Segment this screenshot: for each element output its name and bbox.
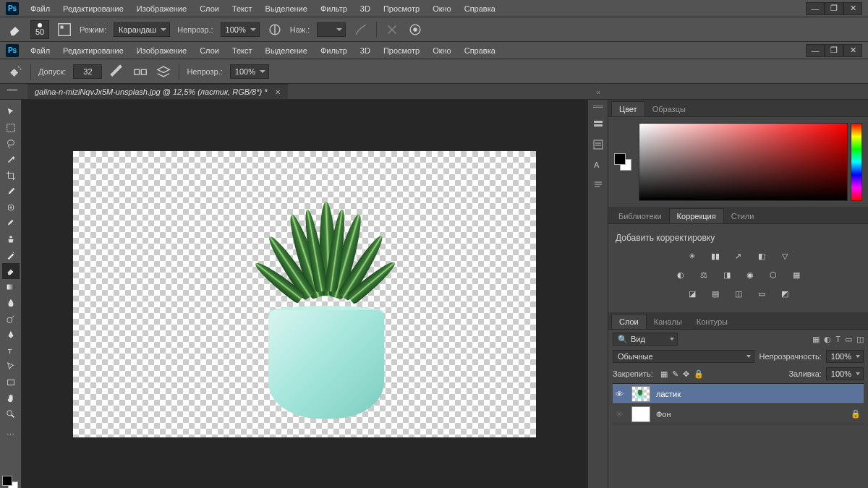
- canvas-area[interactable]: [22, 100, 587, 488]
- levels-icon[interactable]: ▮▮: [709, 250, 722, 262]
- healing-brush-tool[interactable]: [2, 200, 20, 215]
- blend-mode-select[interactable]: Обычные: [613, 350, 754, 363]
- lasso-tool[interactable]: [2, 136, 20, 152]
- menu-edit[interactable]: Редактирование: [61, 3, 125, 14]
- minimize-button[interactable]: —: [806, 2, 825, 15]
- menu2-file[interactable]: Файл: [29, 45, 51, 56]
- visibility-toggle[interactable]: 👁: [616, 390, 626, 398]
- menu-image[interactable]: Изображение: [135, 3, 188, 14]
- brush-preset[interactable]: 50: [30, 20, 49, 39]
- history-brush-tool[interactable]: [2, 247, 20, 263]
- layer-thumbnail[interactable]: [631, 406, 650, 422]
- layer-name[interactable]: Фон: [656, 410, 845, 419]
- menu-3d[interactable]: 3D: [359, 3, 372, 14]
- pressure-size-icon[interactable]: [407, 22, 423, 38]
- hand-tool[interactable]: [2, 390, 20, 406]
- menu2-help[interactable]: Справка: [463, 45, 497, 56]
- invert-icon[interactable]: ◪: [686, 288, 699, 299]
- pressure-opacity-icon[interactable]: [267, 22, 283, 38]
- hue-icon[interactable]: ◐: [674, 269, 687, 281]
- brush-tool[interactable]: [2, 215, 20, 231]
- lock-position-icon[interactable]: ✥: [683, 369, 689, 379]
- eyedropper-tool[interactable]: [2, 184, 20, 200]
- maximize-button[interactable]: ❐: [825, 2, 843, 15]
- eraser-tool-icon[interactable]: [7, 22, 23, 38]
- menu2-view[interactable]: Просмотр: [382, 45, 421, 56]
- minimize-button-2[interactable]: —: [806, 44, 825, 57]
- toolbox-color-chips[interactable]: [2, 476, 12, 486]
- menu2-edit[interactable]: Редактирование: [61, 45, 125, 56]
- path-select-tool[interactable]: [2, 359, 20, 374]
- opacity-select-2[interactable]: 100%: [230, 64, 269, 79]
- menu-select[interactable]: Выделение: [264, 3, 309, 14]
- layer-row[interactable]: 👁 Фон 🔒: [613, 404, 864, 424]
- tab-channels[interactable]: Каналы: [647, 314, 689, 329]
- menu-help[interactable]: Справка: [463, 3, 497, 14]
- zoom-tool[interactable]: [2, 406, 20, 422]
- all-layers-icon[interactable]: [156, 64, 171, 80]
- rectangle-tool[interactable]: [2, 374, 20, 390]
- filter-smart-icon[interactable]: ◫: [856, 335, 864, 344]
- lock-paint-icon[interactable]: ✎: [672, 369, 678, 379]
- menu2-text[interactable]: Текст: [231, 45, 254, 56]
- magic-wand-tool[interactable]: [2, 152, 20, 168]
- menu2-3d[interactable]: 3D: [359, 45, 372, 56]
- close-button[interactable]: ✕: [843, 2, 862, 15]
- edit-toolbar-icon[interactable]: ⋯: [2, 427, 20, 442]
- gradient-tool[interactable]: [2, 279, 20, 295]
- lock-all-icon[interactable]: 🔒: [694, 369, 704, 379]
- history-panel-icon[interactable]: [591, 117, 605, 132]
- character-panel-icon[interactable]: A: [591, 158, 605, 172]
- collapse-arrows-icon[interactable]: «: [596, 87, 868, 96]
- layer-thumbnail[interactable]: [631, 386, 650, 402]
- dodge-tool[interactable]: [2, 311, 20, 327]
- opacity-select-1[interactable]: 100%: [221, 22, 260, 37]
- layer-row[interactable]: 👁 ластик: [613, 384, 864, 404]
- panel-grabber[interactable]: [593, 106, 603, 108]
- tab-layers[interactable]: Слои: [611, 314, 647, 329]
- filter-adjust-icon[interactable]: ◐: [824, 335, 831, 344]
- type-tool[interactable]: T: [2, 343, 20, 359]
- foreground-swatch[interactable]: [614, 153, 626, 165]
- menu-filter[interactable]: Фильтр: [319, 3, 349, 14]
- move-tool[interactable]: [2, 104, 20, 120]
- erase-history-icon[interactable]: [384, 22, 400, 38]
- maximize-button-2[interactable]: ❐: [825, 44, 843, 57]
- fg-bg-swatches[interactable]: [614, 153, 633, 171]
- pen-tool[interactable]: [2, 327, 20, 343]
- canvas[interactable]: [73, 151, 536, 437]
- menu-file[interactable]: Файл: [29, 3, 51, 14]
- menu2-filter[interactable]: Фильтр: [319, 45, 349, 56]
- bw-icon[interactable]: ◨: [720, 269, 733, 281]
- fill-select[interactable]: 100%: [826, 367, 864, 380]
- contiguous-icon[interactable]: [132, 64, 148, 80]
- magic-eraser-icon[interactable]: [7, 64, 23, 80]
- mode-select[interactable]: Карандаш: [114, 22, 170, 37]
- document-tab[interactable]: galina-n-miziNqvJx5M-unsplash.jpg @ 12,5…: [27, 84, 288, 99]
- menu2-select[interactable]: Выделение: [264, 45, 309, 56]
- filter-type-icon[interactable]: T: [835, 335, 841, 344]
- menu-layers[interactable]: Слои: [198, 3, 221, 14]
- menu-window[interactable]: Окно: [431, 3, 453, 14]
- vibrance-icon[interactable]: ▽: [778, 250, 791, 262]
- properties-panel-icon[interactable]: [591, 137, 605, 152]
- brightness-icon[interactable]: ☀: [686, 250, 699, 262]
- brush-panel-icon[interactable]: [56, 22, 72, 38]
- color-field[interactable]: [639, 123, 848, 201]
- close-tab-icon[interactable]: ✕: [275, 88, 281, 96]
- color-balance-icon[interactable]: ⚖: [697, 269, 710, 281]
- layer-name[interactable]: ластик: [656, 390, 861, 398]
- curves-icon[interactable]: ↗: [732, 250, 745, 262]
- airbrush-icon[interactable]: [353, 22, 369, 38]
- tab-paths[interactable]: Контуры: [689, 314, 735, 329]
- clone-stamp-tool[interactable]: [2, 231, 20, 247]
- toolbox-grabber[interactable]: [7, 89, 17, 92]
- tab-adjustments[interactable]: Коррекция: [669, 208, 724, 223]
- exposure-icon[interactable]: ◧: [755, 250, 768, 262]
- menu2-window[interactable]: Окно: [431, 45, 453, 56]
- menu2-layers[interactable]: Слои: [198, 45, 221, 56]
- eraser-tool[interactable]: [2, 263, 20, 279]
- layer-opacity-select[interactable]: 100%: [826, 350, 864, 363]
- menu-text[interactable]: Текст: [231, 3, 254, 14]
- close-button-2[interactable]: ✕: [843, 44, 862, 57]
